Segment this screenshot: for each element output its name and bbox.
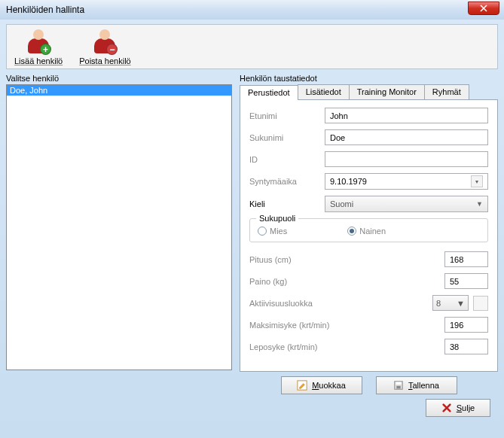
svg-rect-2	[396, 382, 402, 385]
input-id[interactable]	[325, 151, 488, 167]
edit-button-label: Muokkaa	[312, 381, 346, 390]
close-icon	[441, 403, 452, 413]
label-paino: Paino (kg)	[249, 277, 444, 286]
label-id: ID	[249, 155, 325, 164]
label-maksimisyke: Maksimisyke (krt/min)	[249, 321, 444, 330]
input-maksimisyke[interactable]	[444, 317, 488, 333]
label-kieli: Kieli	[249, 199, 325, 208]
close-button[interactable]: Sulje	[426, 399, 490, 417]
label-pituus: Pituus (cm)	[249, 255, 444, 264]
input-leposyke[interactable]	[444, 339, 488, 354]
tab-body: Etunimi Sukunimi ID Syntymäaika 9.10.197…	[240, 99, 498, 372]
aktiivisuus-extra-box[interactable]	[473, 296, 488, 311]
combo-aktiivisuus[interactable]: 8 ▼	[432, 295, 469, 311]
chevron-down-icon: ▼	[457, 299, 465, 308]
close-button-label: Sulje	[457, 403, 475, 412]
radio-dot-nainen	[347, 227, 356, 236]
date-picker-icon[interactable]: ▾	[471, 175, 483, 187]
remove-person-button[interactable]: − Poista henkilö	[79, 29, 131, 65]
window-content: + Lisää henkilö − Poista henkilö Valitse…	[0, 20, 504, 421]
toolbar: + Lisää henkilö − Poista henkilö	[6, 24, 498, 69]
svg-rect-3	[396, 386, 400, 389]
details-label: Henkilön taustatiedot	[240, 74, 498, 83]
input-syntymaaika[interactable]: 9.10.1979 ▾	[325, 173, 488, 190]
fieldset-sukupuoli: Sukupuoli Mies Nainen	[249, 218, 488, 242]
person-listbox[interactable]: Doe, John	[6, 84, 232, 370]
list-item[interactable]: Doe, John	[7, 85, 231, 96]
radio-label-mies: Mies	[270, 227, 287, 236]
save-button-label: Tallenna	[408, 381, 439, 390]
input-sukunimi[interactable]	[325, 129, 488, 145]
label-leposyke: Leposyke (krt/min)	[249, 342, 444, 351]
input-paino[interactable]	[444, 273, 488, 289]
titlebar: Henkilöiden hallinta	[0, 0, 504, 20]
label-aktiivisuus: Aktiivisuusluokka	[249, 299, 432, 308]
legend-sukupuoli: Sukupuoli	[256, 214, 298, 223]
combo-kieli[interactable]: Suomi ▼	[325, 196, 488, 212]
chevron-down-icon: ▼	[476, 200, 483, 208]
combo-kieli-value: Suomi	[330, 199, 353, 208]
tab-perustiedot[interactable]: Perustiedot	[240, 85, 298, 100]
tab-training-monitor[interactable]: Training Monitor	[349, 84, 425, 99]
radio-label-nainen: Nainen	[359, 227, 386, 236]
person-remove-icon: −	[92, 29, 118, 55]
tab-lisatiedot[interactable]: Lisätiedot	[298, 84, 350, 99]
person-list-label: Valitse henkilö	[6, 74, 232, 83]
input-etunimi[interactable]	[325, 108, 488, 123]
add-person-button[interactable]: + Lisää henkilö	[14, 29, 63, 65]
date-value: 9.10.1979	[330, 177, 367, 186]
label-syntymaaika: Syntymäaika	[249, 177, 325, 186]
save-button[interactable]: Tallenna	[376, 376, 457, 394]
label-etunimi: Etunimi	[249, 111, 325, 120]
label-sukunimi: Sukunimi	[249, 133, 325, 142]
save-icon	[393, 380, 404, 391]
window-title: Henkilöiden hallinta	[6, 5, 84, 15]
window-close-button[interactable]	[468, 2, 499, 15]
radio-nainen[interactable]: Nainen	[347, 227, 386, 236]
add-person-label: Lisää henkilö	[14, 56, 63, 65]
edit-icon	[297, 380, 307, 391]
combo-aktiivisuus-value: 8	[436, 299, 441, 308]
edit-button[interactable]: Muokkaa	[281, 376, 362, 394]
tabs: Perustiedot Lisätiedot Training Monitor …	[240, 84, 498, 99]
person-add-icon: +	[26, 29, 51, 55]
input-pituus[interactable]	[444, 251, 488, 267]
radio-mies[interactable]: Mies	[258, 227, 287, 236]
radio-dot-mies	[258, 227, 267, 236]
remove-person-label: Poista henkilö	[79, 56, 131, 65]
tab-ryhmat[interactable]: Ryhmät	[424, 84, 469, 99]
